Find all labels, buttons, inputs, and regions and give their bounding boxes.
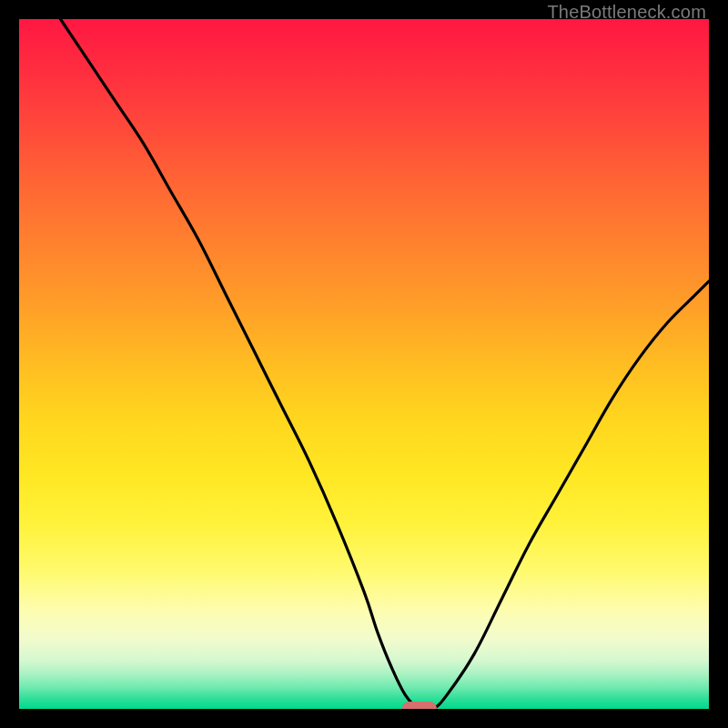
bottleneck-curve [60,19,709,709]
optimal-marker [402,702,437,709]
curve-layer [19,19,709,709]
plot-area [19,19,709,709]
chart-frame: TheBottleneck.com [0,0,728,728]
watermark-text: TheBottleneck.com [547,2,706,23]
